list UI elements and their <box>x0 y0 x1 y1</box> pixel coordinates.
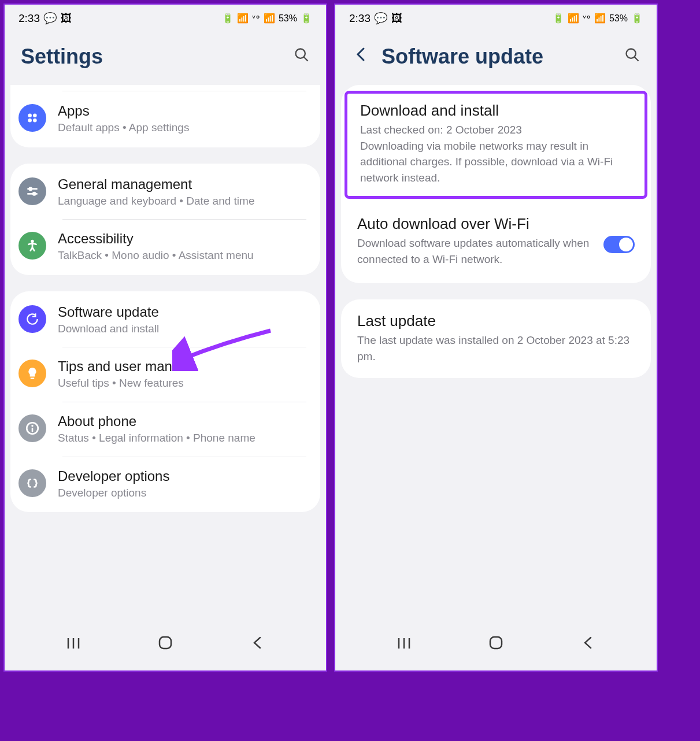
item-sub: Status • Legal information • Phone name <box>58 431 306 446</box>
phone-right-software-update: 2:33 💬 🖼 🔋 📶 ᵛᵒ 📶 53% 🔋 Software update … <box>334 3 658 672</box>
software-update-content[interactable]: Download and install Last checked on: 2 … <box>335 85 657 621</box>
nav-recents[interactable] <box>62 636 85 654</box>
item-sub: TalkBack • Mono audio • Assistant menu <box>58 248 306 264</box>
nav-home[interactable] <box>154 635 177 654</box>
phone-left-settings: 2:33 💬 🖼 🔋 📶 ᵛᵒ 📶 53% 🔋 Settings <box>3 3 327 672</box>
signal-icon: 📶 <box>594 13 606 24</box>
item-sub: Last checked on: 2 October 2023 Download… <box>360 122 632 186</box>
settings-group: Apps Default apps • App settings <box>10 85 320 147</box>
svg-line-1 <box>304 57 308 61</box>
nav-back[interactable] <box>246 635 269 654</box>
image-icon: 🖼 <box>61 12 72 25</box>
svg-point-0 <box>296 49 305 58</box>
item-title: Apps <box>58 103 306 119</box>
svg-point-4 <box>28 118 32 123</box>
auto-download-item[interactable]: Auto download over Wi-Fi Download softwa… <box>341 203 651 280</box>
about-icon <box>18 414 46 442</box>
settings-content[interactable]: Apps Default apps • App settings General… <box>5 85 326 621</box>
image-icon: 🖼 <box>391 12 402 25</box>
item-title: Accessibility <box>58 231 306 247</box>
svg-point-18 <box>627 49 636 58</box>
update-group: Download and install Last checked on: 2 … <box>341 85 651 283</box>
status-time: 2:33 <box>18 12 40 25</box>
last-update-item[interactable]: Last update The last update was installe… <box>341 301 651 377</box>
header: Software update <box>335 28 657 85</box>
svg-rect-23 <box>490 637 502 649</box>
settings-item-about[interactable]: About phone Status • Legal information •… <box>10 402 320 457</box>
auto-download-toggle[interactable] <box>603 236 635 253</box>
item-title: Developer options <box>58 468 306 484</box>
wifi-icon: 📶 <box>237 13 249 24</box>
settings-item-tips[interactable]: Tips and user manual Useful tips • New f… <box>10 347 320 402</box>
accessibility-icon <box>18 232 46 260</box>
svg-point-2 <box>28 113 32 117</box>
item-title: Last update <box>357 312 635 330</box>
battery-percent: 53% <box>279 13 297 24</box>
nav-bar <box>5 621 326 670</box>
battery-saver-icon: 🔋 <box>553 13 564 24</box>
status-time: 2:33 <box>349 12 371 25</box>
signal-icon: 📶 <box>264 13 275 24</box>
svg-line-19 <box>635 57 639 61</box>
battery-icon: 🔋 <box>301 13 312 24</box>
nav-recents[interactable] <box>392 636 416 654</box>
item-sub: Useful tips • New features <box>58 376 306 391</box>
general-icon <box>18 177 46 205</box>
item-title: About phone <box>58 413 306 429</box>
settings-item-software-update[interactable]: Software update Download and install <box>10 292 320 347</box>
update-group: Last update The last update was installe… <box>341 299 651 378</box>
battery-percent: 53% <box>609 13 628 24</box>
item-sub: Default apps • App settings <box>58 120 306 136</box>
volte-icon: ᵛᵒ <box>252 13 260 24</box>
page-title: Software update <box>382 45 613 69</box>
svg-point-5 <box>33 118 37 123</box>
item-title: Tips and user manual <box>58 358 306 375</box>
download-install-item[interactable]: Download and install Last checked on: 2 … <box>345 91 647 199</box>
back-button[interactable] <box>351 46 370 68</box>
svg-rect-13 <box>32 428 34 432</box>
search-icon[interactable] <box>624 47 640 67</box>
wifi-icon: 📶 <box>568 13 579 24</box>
status-bar: 2:33 💬 🖼 🔋 📶 ᵛᵒ 📶 53% 🔋 <box>335 5 657 28</box>
item-title: General management <box>58 176 306 192</box>
nav-bar <box>335 621 657 670</box>
nav-back[interactable] <box>576 635 599 654</box>
chat-icon: 💬 <box>374 12 388 25</box>
item-sub: Developer options <box>58 486 306 501</box>
svg-rect-17 <box>160 637 171 649</box>
item-title: Software update <box>58 304 306 320</box>
page-title: Settings <box>21 45 282 69</box>
battery-icon: 🔋 <box>631 13 643 24</box>
item-sub: The last update was installed on 2 Octob… <box>357 332 635 364</box>
item-sub: Download software updates automatically … <box>357 235 593 267</box>
settings-item-apps[interactable]: Apps Default apps • App settings <box>10 91 320 146</box>
developer-icon <box>18 469 46 497</box>
nav-home[interactable] <box>484 635 508 654</box>
svg-point-12 <box>31 425 33 427</box>
settings-item-accessibility[interactable]: Accessibility TalkBack • Mono audio • As… <box>10 219 320 274</box>
settings-group: General management Language and keyboard… <box>10 164 320 275</box>
software-update-icon <box>18 305 46 333</box>
search-icon[interactable] <box>294 47 310 67</box>
settings-item-developer[interactable]: Developer options Developer options <box>10 457 320 512</box>
item-sub: Language and keyboard • Date and time <box>58 194 306 209</box>
item-title: Download and install <box>360 102 632 120</box>
chat-icon: 💬 <box>43 12 57 25</box>
svg-point-3 <box>33 113 37 117</box>
battery-saver-icon: 🔋 <box>222 13 234 24</box>
item-sub: Download and install <box>58 321 306 337</box>
apps-icon <box>18 104 46 132</box>
item-title: Auto download over Wi-Fi <box>357 215 593 233</box>
svg-point-9 <box>33 192 35 195</box>
volte-icon: ᵛᵒ <box>583 13 591 24</box>
header: Settings <box>5 28 326 85</box>
tips-icon <box>18 360 46 387</box>
settings-group: Software update Download and install Tip… <box>10 291 320 512</box>
settings-item-general[interactable]: General management Language and keyboard… <box>10 165 320 220</box>
svg-point-8 <box>29 187 32 190</box>
status-bar: 2:33 💬 🖼 🔋 📶 ᵛᵒ 📶 53% 🔋 <box>5 5 326 28</box>
